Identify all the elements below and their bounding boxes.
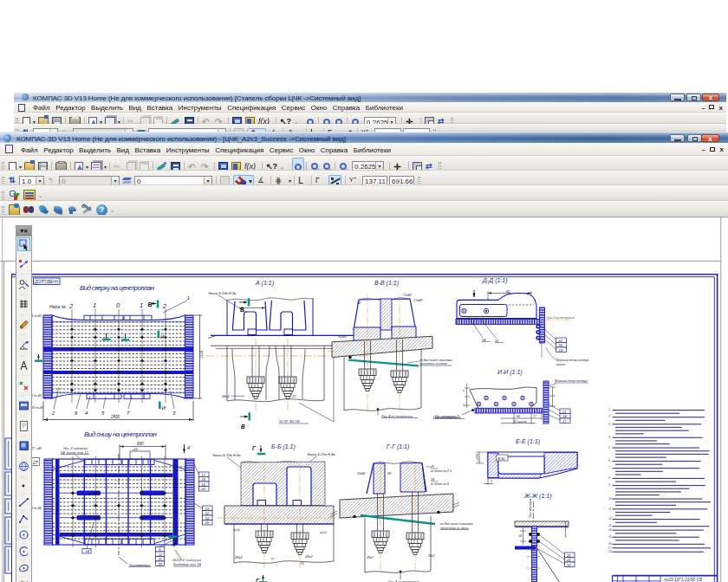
svg-text:2: 2 — [51, 411, 55, 416]
svg-text:И-И (1:1): И-И (1:1) — [497, 369, 523, 376]
svg-text:2: 2 — [162, 302, 167, 310]
svg-text:···: ··· — [21, 491, 27, 496]
svg-text:10: 10 — [567, 563, 571, 567]
svg-text:Г: Г — [252, 445, 257, 451]
svg-text:2: 2 — [608, 415, 610, 418]
svg-text:по Вин после довыемки: по Вин после довыемки — [440, 522, 473, 526]
svg-text:4: 4 — [608, 436, 610, 439]
svg-text:Нерв №: Нерв № — [49, 304, 67, 309]
svg-text:Вид сверху на центроплан: Вид сверху на центроплан — [80, 284, 155, 292]
svg-text:36°: 36° — [387, 472, 393, 475]
svg-text:···: ··· — [21, 392, 27, 398]
svg-text:Эмаль Б.10м Н.3м: Эмаль Б.10м Н.3м — [208, 292, 237, 295]
svg-text:2Т: 2Т — [32, 460, 39, 465]
svg-text:3: 3 — [608, 423, 610, 426]
svg-text:Ось стыковки 1: Ось стыковки 1 — [435, 415, 458, 418]
svg-text:···: ··· — [21, 352, 27, 358]
svg-text:Д-Д (1:1): Д-Д (1:1) — [482, 277, 508, 284]
svg-text:···: ··· — [21, 413, 27, 418]
svg-text:+10: +10 — [132, 447, 139, 451]
svg-text:Ж-Ж (1:1): Ж-Ж (1:1) — [523, 493, 552, 500]
svg-text:2800: 2800 — [110, 415, 120, 419]
svg-text:17: 17 — [608, 546, 612, 550]
svg-text:···: ··· — [21, 474, 27, 479]
svg-text:12х45°: 12х45° — [357, 472, 367, 475]
svg-text:22: 22 — [494, 339, 499, 343]
svg-text:20: 20 — [158, 562, 163, 566]
svg-text:14: 14 — [562, 414, 567, 418]
svg-text:1: 1 — [608, 408, 610, 411]
svg-text:В: В — [240, 307, 244, 313]
svg-text:Ось мотора: Ось мотора — [529, 499, 532, 518]
svg-text:Е-Е (1:1): Е-Е (1:1) — [516, 438, 540, 445]
svg-text:а(н)б: а(н)б — [320, 531, 327, 534]
svg-text:···: ··· — [21, 271, 27, 276]
svg-text:36°: 36° — [357, 301, 362, 305]
svg-text:крыла: крыла — [556, 363, 565, 366]
svg-text:12: 12 — [205, 511, 210, 515]
svg-text:Болтбор вид 18: Болтбор вид 18 — [173, 562, 202, 566]
svg-text:В-В (1:1): В-В (1:1) — [374, 280, 399, 287]
svg-text:И: И — [160, 334, 165, 340]
svg-text:···: ··· — [21, 540, 27, 546]
svg-text:28х2: 28х2 — [304, 554, 313, 559]
svg-text:···: ··· — [21, 508, 27, 513]
svg-text:···: ··· — [21, 372, 27, 378]
svg-text:Б-Б (1:1): Б-Б (1:1) — [271, 443, 296, 450]
svg-text:вч белое вл 8: вч белое вл 8 — [431, 482, 449, 486]
svg-text:8: 8 — [608, 476, 610, 480]
svg-text:25: 25 — [205, 521, 210, 525]
svg-text:70: 70 — [300, 561, 304, 566]
svg-text:···: ··· — [21, 573, 27, 579]
svg-text:5: 5 — [608, 446, 610, 449]
svg-text:ДОЛГОВЕЧН: ДОЛГОВЕЧН — [34, 280, 59, 284]
svg-text:15: 15 — [608, 535, 612, 539]
svg-text:9: 9 — [608, 483, 610, 487]
svg-text:18: 18 — [608, 550, 612, 553]
svg-text:2: 2 — [68, 302, 74, 310]
svg-text:14: 14 — [86, 549, 90, 553]
svg-text:···: ··· — [21, 251, 27, 256]
svg-text:12: 12 — [159, 553, 163, 557]
svg-text:80: 80 — [506, 289, 510, 294]
svg-text:16: 16 — [608, 542, 612, 546]
svg-text:24: 24 — [430, 478, 434, 482]
svg-text:28х2: 28х2 — [221, 394, 230, 398]
svg-text:1,5х45°: 1,5х45° — [413, 299, 424, 302]
svg-text:5: 5 — [101, 411, 105, 416]
svg-text:14: 14 — [608, 528, 612, 532]
svg-text:4: 4 — [187, 445, 190, 450]
svg-text:600: 600 — [137, 442, 144, 446]
svg-text:Верхний теор контур: Верхний теор контур — [556, 359, 588, 362]
svg-text:0: 0 — [116, 301, 120, 309]
svg-text:Эмаль Б.21м Н.3м: Эмаль Б.21м Н.3м — [307, 453, 335, 456]
svg-text:28х2: 28х2 — [234, 555, 243, 559]
svg-text:Эмаль Б.10м Н.3м: Эмаль Б.10м Н.3м — [212, 454, 241, 457]
svg-text:по Вин после довыемки: по Вин после довыемки — [419, 359, 452, 362]
svg-text:28х2: 28х2 — [427, 554, 434, 558]
svg-text:11: 11 — [159, 557, 162, 561]
svg-text:Ось симметрии: Ось симметрии — [129, 563, 152, 567]
svg-text:1: 1 — [93, 301, 96, 309]
svg-text:6: 6 — [608, 459, 610, 462]
svg-text:···: ··· — [21, 332, 27, 337]
svg-text:7: 7 — [127, 411, 130, 416]
svg-text:13: 13 — [205, 507, 210, 511]
svg-text:В: В — [148, 301, 153, 307]
svg-text:7: 7 — [608, 466, 610, 469]
svg-text:7,5х45°: 7,5х45° — [402, 294, 413, 297]
svg-text:1: 1 — [187, 295, 190, 301]
svg-text:Верхний теор контур: Верхний теор контур — [555, 379, 587, 383]
svg-text:20: 20 — [566, 553, 571, 558]
svg-text:···: ··· — [21, 453, 27, 458]
svg-text:28х2: 28х2 — [366, 556, 373, 559]
svg-text:Г-Г (1:1): Г-Г (1:1) — [387, 443, 409, 450]
svg-text:15: 15 — [202, 482, 206, 487]
svg-text:···: ··· — [21, 557, 27, 562]
svg-text:6: 6 — [75, 411, 78, 416]
svg-text:16: 16 — [202, 477, 206, 482]
svg-text:В: В — [241, 424, 245, 430]
svg-text:последовку на стык: последовку на стык — [440, 527, 469, 530]
svg-text:20: 20 — [201, 487, 206, 491]
svg-text:1: 1 — [140, 301, 143, 309]
